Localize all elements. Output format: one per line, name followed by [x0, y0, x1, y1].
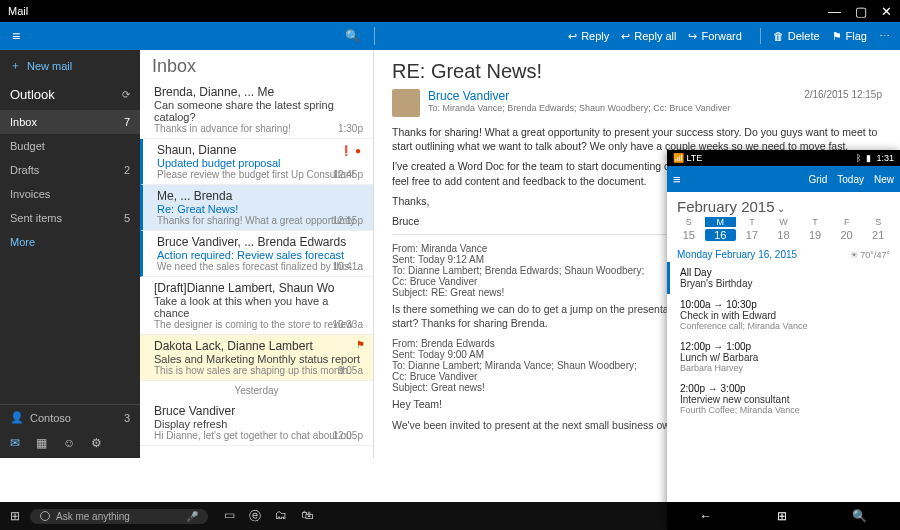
message-time: 12:45p — [332, 169, 363, 180]
folder-count: 5 — [124, 212, 130, 224]
folder-drafts[interactable]: Drafts2 — [0, 158, 140, 182]
message-item[interactable]: Bruce Vandiver, ... Brenda EdwardsAction… — [140, 231, 373, 277]
folder-count: 2 — [124, 164, 130, 176]
agenda-item[interactable]: 12:00p → 1:00pLunch w/ BarbaraBarbara Ha… — [667, 336, 900, 378]
view-today[interactable]: Today — [837, 174, 864, 185]
message-subject: Display refresh — [154, 418, 361, 430]
phone-nav-bar: ← ⊞ 🔍 — [667, 502, 900, 530]
message-datetime: 2/16/2015 12:15p — [804, 89, 882, 100]
persona-row[interactable]: 👤 Contoso 3 — [0, 405, 140, 430]
message-from: Brenda, Dianne, ... Me — [154, 85, 361, 99]
day-cell[interactable]: 17 — [736, 229, 768, 241]
plus-icon: ＋ — [10, 58, 21, 73]
ie-icon[interactable]: ⓔ — [249, 508, 261, 525]
date-separator: Yesterday — [140, 381, 373, 400]
start-button[interactable]: ⊞ — [4, 509, 26, 523]
dow-cell: W — [768, 217, 800, 227]
alert-icon: ❗ ● — [340, 145, 361, 156]
more-icon[interactable]: ⋯ — [879, 30, 890, 43]
day-cell[interactable]: 19 — [799, 229, 831, 241]
command-bar: ≡ 🔍 ↩ Reply ↩ Reply all ↪ Forward 🗑 Dele… — [0, 22, 900, 50]
person-icon: 👤 — [10, 411, 24, 424]
reply-button[interactable]: ↩ Reply — [568, 30, 609, 43]
phone-hamburger-icon[interactable]: ≡ — [673, 172, 681, 187]
folder-invoices[interactable]: Invoices — [0, 182, 140, 206]
message-subject: Updated budget proposal — [157, 157, 361, 169]
day-cell[interactable]: 21 — [862, 229, 894, 241]
mail-app-icon[interactable]: ✉ — [10, 436, 20, 450]
folder-label: Inbox — [10, 116, 37, 128]
dow-cell: M — [705, 217, 737, 227]
settings-icon[interactable]: ⚙ — [91, 436, 102, 450]
message-item[interactable]: Shaun, Dianne❗ ●Updated budget proposalP… — [140, 139, 373, 185]
divider — [374, 27, 375, 45]
message-subject: Can someone share the latest spring cata… — [154, 99, 361, 123]
day-cell[interactable]: 20 — [831, 229, 863, 241]
day-cell[interactable]: 18 — [768, 229, 800, 241]
store-icon[interactable]: 🛍 — [301, 508, 313, 525]
home-button[interactable]: ⊞ — [777, 509, 787, 523]
message-from: [Draft] Dianne Lambert, Shaun Wo — [154, 281, 361, 295]
month-header[interactable]: February 2015 ⌄ — [667, 192, 900, 217]
dow-cell: S — [673, 217, 705, 227]
flag-button[interactable]: ⚑ Flag — [832, 30, 867, 43]
new-mail-label: New mail — [27, 60, 72, 72]
taskbar-search[interactable]: Ask me anything 🎤 — [30, 509, 208, 524]
account-header[interactable]: Outlook ⟳ — [0, 81, 140, 108]
recipients: To: Miranda Vance; Brenda Edwards; Shaun… — [428, 103, 730, 113]
title-bar: Mail — ▢ ✕ — [0, 0, 900, 22]
view-grid[interactable]: Grid — [808, 174, 827, 185]
phone-status-bar: 📶 LTE ᛒ ▮ 1:31 — [667, 150, 900, 166]
agenda-item[interactable]: 10:00a → 10:30pCheck in with EdwardConfe… — [667, 294, 900, 336]
persona-name: Contoso — [30, 412, 71, 424]
search-icon[interactable]: 🔍 — [345, 29, 360, 43]
new-event[interactable]: New — [874, 174, 894, 185]
agenda-time: All Day — [680, 267, 890, 278]
folder-inbox[interactable]: Inbox7 — [0, 110, 140, 134]
delete-button[interactable]: 🗑 Delete — [773, 30, 820, 42]
message-from: Shaun, Dianne❗ ● — [157, 143, 361, 157]
signal-icon: 📶 LTE — [673, 153, 702, 163]
agenda-item[interactable]: 2:00p → 3:00pInterview new consultantFou… — [667, 378, 900, 420]
people-app-icon[interactable]: ☺ — [63, 436, 75, 450]
folder-sent-items[interactable]: Sent items5 — [0, 206, 140, 230]
mic-icon[interactable]: 🎤 — [186, 511, 198, 522]
refresh-icon[interactable]: ⟳ — [122, 89, 130, 100]
new-mail-button[interactable]: ＋ New mail — [0, 50, 140, 81]
calendar-app-icon[interactable]: ▦ — [36, 436, 47, 450]
sidebar: ＋ New mail Outlook ⟳ Inbox7BudgetDrafts2… — [0, 50, 140, 458]
day-cell[interactable]: 16 — [705, 229, 737, 241]
folder-more[interactable]: More — [0, 230, 140, 254]
minimize-button[interactable]: — — [828, 5, 841, 18]
reply-all-button[interactable]: ↩ Reply all — [621, 30, 676, 43]
cortana-icon — [40, 511, 50, 521]
message-item[interactable]: Dakota Lack, Dianne LambertSales and Mar… — [140, 335, 373, 381]
day-cell[interactable]: 15 — [673, 229, 705, 241]
selected-date: Monday February 16, 2015 ☀ 70°/47° — [667, 245, 900, 262]
agenda-sub: Conference call; Miranda Vance — [680, 321, 890, 331]
message-subject: RE: Great News! — [392, 60, 882, 83]
maximize-button[interactable]: ▢ — [855, 5, 867, 18]
forward-button[interactable]: ↪ Forward — [688, 30, 741, 43]
back-button[interactable]: ← — [700, 509, 712, 523]
agenda-sub: Barbara Harvey — [680, 363, 890, 373]
message-preview: Thanks for sharing! What a great opportu… — [157, 215, 361, 226]
clock: 1:31 — [876, 153, 894, 163]
message-subject: Action required: Review sales forecast — [157, 249, 361, 261]
close-button[interactable]: ✕ — [881, 5, 892, 18]
message-item[interactable]: Bruce VandiverDisplay refreshHi Dianne, … — [140, 400, 373, 446]
explorer-icon[interactable]: 🗂 — [275, 508, 287, 525]
phone-device: 📶 LTE ᛒ ▮ 1:31 ≡ Grid Today New February… — [667, 150, 900, 530]
flag-icon: ⚑ — [356, 339, 365, 350]
message-subject: Re: Great News! — [157, 203, 361, 215]
message-item[interactable]: Brenda, Dianne, ... MeCan someone share … — [140, 81, 373, 139]
agenda-item[interactable]: All DayBryan's Birthday — [667, 262, 900, 294]
search-button[interactable]: 🔍 — [852, 509, 867, 523]
message-item[interactable]: [Draft] Dianne Lambert, Shaun WoTake a l… — [140, 277, 373, 335]
hamburger-icon[interactable]: ≡ — [0, 28, 32, 44]
folder-budget[interactable]: Budget — [0, 134, 140, 158]
message-time: 1:30p — [338, 123, 363, 134]
taskview-icon[interactable]: ▭ — [224, 508, 235, 525]
message-preview: Thanks in advance for sharing! — [154, 123, 361, 134]
message-item[interactable]: Me, ... BrendaRe: Great News!Thanks for … — [140, 185, 373, 231]
